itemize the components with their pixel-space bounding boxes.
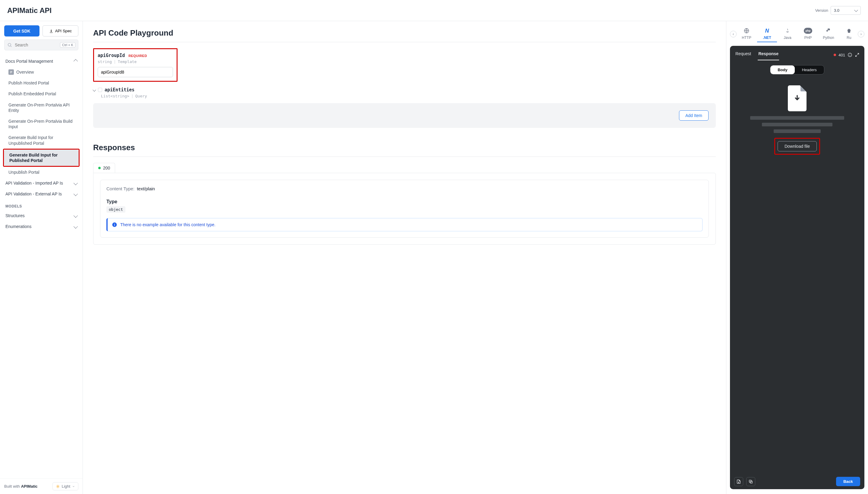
- response-tab-200[interactable]: 200: [93, 163, 115, 173]
- copy-button[interactable]: [746, 477, 755, 486]
- globe-icon: [744, 28, 750, 34]
- language-tabs: HTTP N .NET Java php PHP Python: [736, 26, 858, 42]
- search-icon: [7, 42, 12, 48]
- overview-icon: [8, 69, 14, 75]
- pill-headers[interactable]: Headers: [795, 65, 824, 74]
- expand-icon[interactable]: [855, 53, 860, 57]
- chevron-down-icon: [74, 213, 78, 218]
- highlight-active-nav: Generate Build Input for Published Porta…: [3, 149, 80, 167]
- chevron-down-icon: [74, 192, 78, 196]
- nav-item-onprem-entity[interactable]: Generate On-Prem Portalvia API Entity: [3, 99, 80, 116]
- nav-item-onprem-build[interactable]: Generate On-Prem Portalvia Build Input: [3, 116, 80, 132]
- copy-icon: [748, 479, 753, 484]
- nav-item-publish-embedded[interactable]: Publish Embedded Portal: [3, 88, 80, 99]
- lang-tab-net[interactable]: N .NET: [757, 26, 777, 42]
- dotnet-icon: N: [765, 28, 769, 34]
- top-header: APIMatic API Version 3.0: [0, 0, 868, 21]
- entities-checkbox[interactable]: [98, 88, 102, 92]
- pill-body[interactable]: Body: [770, 65, 795, 74]
- nav-item-overview[interactable]: Overview: [3, 66, 80, 77]
- version-selector: Version 3.0: [815, 6, 861, 15]
- param-type-line: string|Template: [98, 59, 173, 64]
- nav-item-buildinput-unpub[interactable]: Generate Build Input for Unpublished Por…: [3, 132, 80, 148]
- nav-item-publish-hosted[interactable]: Publish Hosted Portal: [3, 77, 80, 88]
- right-panel: ‹ HTTP N .NET Java php PHP: [726, 21, 868, 494]
- sidebar-nav: Docs Portal Management Overview Publish …: [0, 55, 83, 478]
- download-file-button[interactable]: Download file: [777, 141, 817, 151]
- svg-point-0: [8, 43, 11, 46]
- nav-group-validation-imported[interactable]: API Validation - Imported AP Is: [3, 178, 80, 189]
- status-dot-red: [834, 54, 836, 56]
- nav-item-unpublish[interactable]: Unpublish Portal: [3, 167, 80, 178]
- java-icon: [785, 28, 790, 34]
- required-tag: REQUIRED: [129, 54, 147, 58]
- sidebar: Get SDK API Spec Ctrl + K Docs Portal Ma…: [0, 21, 83, 494]
- response-console: Request Response 401 Body Headers: [730, 46, 864, 489]
- file-icon: [736, 479, 741, 484]
- responses-title: Responses: [93, 143, 716, 157]
- nav-group-docs-portal[interactable]: Docs Portal Management: [3, 56, 80, 66]
- back-button[interactable]: Back: [836, 477, 860, 486]
- lang-tab-php[interactable]: php PHP: [798, 26, 818, 42]
- lang-tab-ruby[interactable]: Ru: [839, 26, 858, 42]
- save-file-button[interactable]: [734, 477, 743, 486]
- type-label: Type: [106, 199, 703, 205]
- nav-group-validation-external[interactable]: API Validation - External AP Is: [3, 189, 80, 200]
- download-icon: [49, 29, 53, 33]
- chevron-down-icon: [72, 485, 75, 488]
- lang-scroll-right[interactable]: ›: [858, 31, 864, 37]
- placeholder-bars: [750, 116, 844, 133]
- info-banner: There is no example available for this c…: [106, 218, 703, 231]
- app-title: APIMatic API: [7, 6, 52, 15]
- param-name: apiGroupId: [98, 53, 125, 58]
- ruby-icon: [847, 28, 851, 34]
- sun-icon: [56, 484, 60, 489]
- type-value: object: [106, 206, 125, 213]
- response-box: Content Type:text/plain Type object Ther…: [93, 173, 716, 245]
- php-icon: php: [804, 28, 812, 34]
- response-body: Download file: [730, 79, 864, 474]
- playground-title: API Code Playground: [93, 28, 716, 42]
- theme-toggle[interactable]: Light: [53, 482, 78, 490]
- highlight-param-block: apiGroupId REQUIRED string|Template: [93, 48, 178, 82]
- body-headers-toggle: Body Headers: [770, 65, 824, 75]
- entities-block: apiEntities List<string>|Query Add Item: [93, 87, 716, 128]
- info-icon: [112, 222, 117, 227]
- api-spec-button[interactable]: API Spec: [42, 25, 78, 37]
- add-item-button[interactable]: Add Item: [679, 110, 709, 121]
- chevron-down-icon: [93, 88, 96, 91]
- info-icon[interactable]: [848, 53, 852, 57]
- add-item-panel: Add Item: [93, 103, 716, 128]
- file-download-icon: [788, 86, 807, 111]
- highlight-download: Download file: [774, 138, 820, 155]
- models-label: MODELS: [3, 200, 80, 210]
- entities-toggle[interactable]: apiEntities: [93, 87, 716, 93]
- lang-tab-http[interactable]: HTTP: [736, 26, 756, 42]
- console-tab-response[interactable]: Response: [758, 50, 779, 60]
- lang-tab-java[interactable]: Java: [777, 26, 797, 42]
- nav-group-enumerations[interactable]: Enumerations: [3, 221, 80, 232]
- get-sdk-button[interactable]: Get SDK: [4, 25, 39, 37]
- entities-type-line: List<string>|Query: [101, 94, 716, 98]
- main-content: API Code Playground apiGroupId REQUIRED …: [83, 21, 726, 494]
- status-indicator: 401: [834, 53, 860, 57]
- sidebar-footer: Built with APIMatic Light: [0, 478, 83, 494]
- entities-name: apiEntities: [104, 87, 134, 93]
- status-dot-green: [98, 167, 101, 169]
- nav-group-structures[interactable]: Structures: [3, 210, 80, 221]
- python-icon: [826, 28, 831, 34]
- chevron-down-icon: [74, 181, 78, 185]
- lang-scroll-left[interactable]: ‹: [730, 31, 736, 37]
- content-type-row: Content Type:text/plain: [106, 186, 703, 196]
- svg-point-1: [57, 486, 58, 487]
- console-tab-request[interactable]: Request: [735, 50, 752, 60]
- version-label: Version: [815, 8, 828, 13]
- lang-tab-python[interactable]: Python: [818, 26, 839, 42]
- search-shortcut: Ctrl + K: [60, 42, 75, 48]
- chevron-down-icon: [74, 224, 78, 229]
- nav-item-buildinput-pub[interactable]: Generate Build Input for Published Porta…: [4, 150, 79, 166]
- chevron-up-icon: [74, 59, 78, 63]
- version-dropdown[interactable]: 3.0: [831, 6, 861, 15]
- param-input[interactable]: [98, 67, 173, 77]
